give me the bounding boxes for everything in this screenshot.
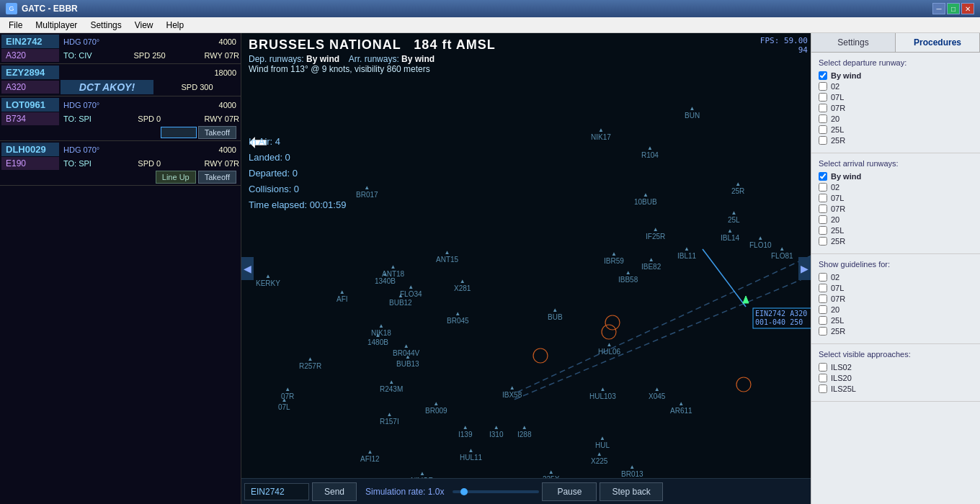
strip-callsign-dlh0029[interactable]: DLH0029	[1, 143, 59, 156]
stat-in-air: In Air: 4	[249, 134, 346, 150]
strip-hdg-ezy2894	[61, 72, 66, 73]
dep-rwy-25r: 25R	[819, 136, 973, 145]
guide-20-checkbox[interactable]	[819, 305, 827, 314]
menu-help[interactable]: Help	[161, 19, 190, 32]
waypoint-07r: ▲07R	[281, 386, 294, 400]
tab-settings[interactable]: Settings	[811, 33, 896, 52]
waypoint-i310: ▲I310	[489, 424, 503, 438]
minimize-button[interactable]: ─	[932, 3, 945, 14]
strip-takeoff-btn-dlh0029[interactable]: Takeoff	[198, 171, 236, 184]
radar-title: BRUSSELS NATIONAL 184 ft AMSL	[249, 37, 803, 53]
radar-area[interactable]: FPS: 59.00 94 EIN2742 A320 001-040 250	[241, 33, 811, 504]
arr-rwy-25r-checkbox[interactable]	[819, 237, 827, 246]
waypoint-ibb58: ▲IBB58	[618, 269, 638, 284]
arr-rwy-20-checkbox[interactable]	[819, 215, 827, 224]
dep-rwy-25l: 25L	[819, 125, 973, 134]
flight-strip-ein2742: EIN2742 HDG 070° 4000 A320 TO: CIV SPD 2…	[0, 33, 241, 64]
waypoint-ibl14: ▲IBL14	[721, 228, 739, 242]
sim-rate-slider[interactable]	[453, 490, 539, 493]
strip-takeoff-btn-lot0961[interactable]: Takeoff	[198, 126, 236, 139]
guide-20: 20	[819, 305, 973, 314]
menu-settings[interactable]: Settings	[84, 19, 127, 32]
dep-rwy-by-wind-checkbox[interactable]	[819, 71, 827, 80]
waypoint-bub12: ▲BUB12	[389, 292, 412, 307]
guide-07r-checkbox[interactable]	[819, 294, 827, 303]
callsign-input[interactable]	[244, 483, 309, 500]
strip-hdg-ein2742: HDG 070°	[61, 37, 102, 47]
dep-rwy-07l-checkbox[interactable]	[819, 93, 827, 102]
arr-rwy-by-wind-checkbox[interactable]	[819, 172, 827, 181]
close-button[interactable]: ✕	[961, 3, 974, 14]
collapse-left-button[interactable]: ◀	[241, 257, 254, 280]
waypoint-bub: ▲BUB	[548, 307, 563, 321]
waypoint-hul06: ▲HUL06	[598, 341, 620, 356]
strip-type-dlh0029: E190	[1, 157, 59, 170]
strip-type-lot0961: B734	[1, 112, 59, 125]
approach-ils02-checkbox[interactable]	[819, 363, 827, 372]
waypoint-r104: ▲R104	[641, 145, 659, 159]
guide-07l-checkbox[interactable]	[819, 284, 827, 292]
svg-line-1	[512, 210, 811, 400]
dep-rwy-07r-checkbox[interactable]	[819, 104, 827, 112]
svg-rect-4	[753, 308, 811, 328]
strip-spd-dlh0029: SPD 0	[96, 159, 203, 168]
dep-rwy-25r-checkbox[interactable]	[819, 136, 827, 145]
waypoint-r243m: ▲R243M	[380, 379, 403, 393]
sim-rate-label: Simulation rate: 1.0x	[360, 487, 450, 497]
waypoint-kerky: ▲KERKY	[256, 273, 280, 287]
radar-subtitle: Dep. runways: By wind Arr. runways: By w…	[249, 54, 803, 64]
waypoint-ant15: ▲ANT15	[436, 249, 458, 264]
approach-ils25l: ILS25L	[819, 384, 973, 393]
guide-02-checkbox[interactable]	[819, 273, 827, 282]
waypoint-1480b: ▲1480B	[368, 332, 388, 346]
stats-overlay: In Air: 4 Landed: 0 Departed: 0 Collisio…	[249, 134, 346, 213]
approach-ils25l-checkbox[interactable]	[819, 384, 827, 393]
strip-clearance-input-lot0961[interactable]	[161, 127, 197, 138]
waypoint-25l: ▲25L	[728, 210, 740, 224]
waypoint-x281: ▲X281	[454, 278, 471, 292]
pause-button[interactable]: Pause	[542, 482, 597, 501]
dep-rwy-07r: 07R	[819, 104, 973, 112]
menu-file[interactable]: File	[3, 19, 28, 32]
arr-rwy-07r-checkbox[interactable]	[819, 204, 827, 213]
title-bar: G GATC - EBBR ─ □ ✕	[0, 0, 980, 17]
strip-alt-ein2742: 4000	[104, 37, 239, 47]
arr-rwy-25l-checkbox[interactable]	[819, 226, 827, 235]
menu-view[interactable]: View	[129, 19, 159, 32]
strip-lineup-btn-dlh0029[interactable]: Line Up	[156, 171, 196, 184]
collapse-right-button[interactable]: ▶	[798, 257, 811, 280]
approach-ils20-checkbox[interactable]	[819, 374, 827, 382]
svg-text:001-040    250: 001-040 250	[755, 318, 803, 326]
waypoint-x225: ▲X225	[591, 451, 607, 465]
guidelines-section: Show guidelines for: 02 07L 07R 20 25L	[811, 254, 980, 344]
tab-procedures[interactable]: Procedures	[896, 33, 980, 52]
svg-text:EIN2742  A320: EIN2742 A320	[755, 310, 807, 318]
arr-rwy-07l-checkbox[interactable]	[819, 194, 827, 202]
waypoint-hul103: ▲HUL103	[589, 386, 616, 400]
dep-rwy-25l-checkbox[interactable]	[819, 125, 827, 134]
waypoint-br009: ▲BR009	[425, 400, 447, 415]
strip-callsign-lot0961[interactable]: LOT0961	[1, 98, 59, 112]
step-back-button[interactable]: Step back	[600, 482, 662, 501]
arr-rwy-02-checkbox[interactable]	[819, 183, 827, 192]
strip-type-ein2742: A320	[1, 49, 59, 62]
strip-type-ezy2894: A320	[1, 81, 59, 94]
stat-collisions: Collisions: 0	[249, 181, 346, 197]
menu-multiplayer[interactable]: Multiplayer	[30, 19, 83, 32]
maximize-button[interactable]: □	[947, 3, 960, 14]
waypoint-r257r: ▲R257R	[299, 356, 321, 370]
main-container: EIN2742 HDG 070° 4000 A320 TO: CIV SPD 2…	[0, 33, 980, 504]
radar-wind: Wind from 113° @ 9 knots, visibility 860…	[249, 64, 803, 74]
approach-ils20: ILS20	[819, 374, 973, 382]
strip-alt-lot0961: 4000	[104, 100, 239, 110]
waypoint-ibl11: ▲IBL11	[677, 246, 696, 260]
dep-rwy-02-checkbox[interactable]	[819, 82, 827, 91]
arr-rwy-20: 20	[819, 215, 973, 224]
waypoint-ibr59: ▲IBR59	[604, 251, 624, 265]
dep-rwy-20-checkbox[interactable]	[819, 114, 827, 123]
strip-callsign-ezy2894[interactable]: EZY2894	[1, 66, 59, 79]
send-button[interactable]: Send	[312, 482, 357, 501]
strip-callsign-ein2742[interactable]: EIN2742	[1, 35, 59, 48]
guide-25l-checkbox[interactable]	[819, 316, 827, 325]
guide-25r-checkbox[interactable]	[819, 327, 827, 336]
